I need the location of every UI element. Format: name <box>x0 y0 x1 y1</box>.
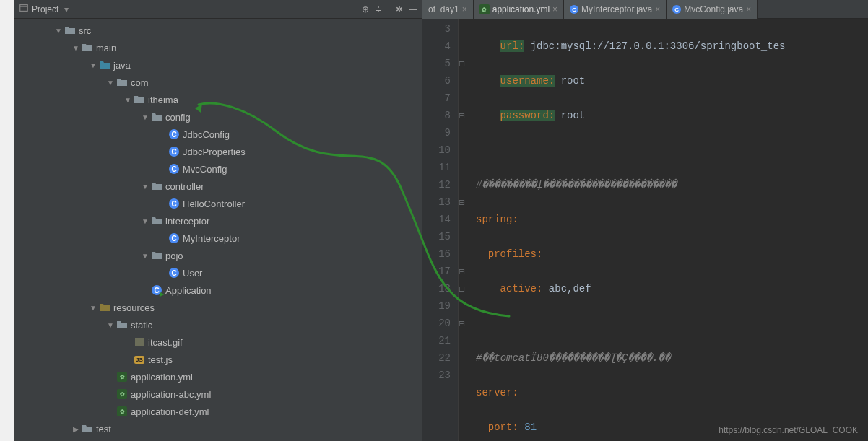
tree-label: JdbcConfig <box>183 129 230 140</box>
code-key: password: <box>500 110 555 121</box>
target-icon[interactable]: ⊕ <box>362 4 369 14</box>
folder-icon <box>64 25 76 36</box>
left-strip <box>0 0 14 441</box>
tree-mvcconfig[interactable]: CMvcConfig <box>14 160 422 178</box>
tree-label: itheima <box>148 95 178 105</box>
tree-label: interceptor <box>165 216 209 227</box>
yml-icon: ✿ <box>116 388 128 400</box>
tree-label: test <box>96 424 111 435</box>
tree-java[interactable]: ▼java <box>14 56 422 74</box>
folder-icon <box>151 180 162 192</box>
folder-icon <box>99 59 110 71</box>
tree-jdbcconfig[interactable]: CJdbcConfig <box>14 126 422 143</box>
editor-body[interactable]: 3 4 5 6 7 8 9 10 11 12 13 14 15 16 17 18… <box>422 19 868 441</box>
project-tree[interactable]: ▼src ▼main ▼java ▼com ▼itheima ▼config C… <box>14 19 422 441</box>
tree-label: HelloController <box>183 198 245 209</box>
tree-src[interactable]: ▼src <box>14 22 422 39</box>
folder-icon <box>82 42 93 53</box>
yml-icon: ✿ <box>479 4 490 14</box>
tree-com[interactable]: ▼com <box>14 74 422 91</box>
code-val: 81 <box>518 422 537 433</box>
project-panel-header: Project ▾ ⊕ ≑ | ✲ — <box>14 0 422 19</box>
class-icon: C <box>570 5 578 14</box>
class-icon: C <box>672 5 681 14</box>
close-icon[interactable]: × <box>655 4 660 14</box>
code-area[interactable]: url: jdbc:mysql://127.0.0.1:3306/springb… <box>472 19 868 441</box>
js-file-icon: JS <box>134 354 145 365</box>
lineno: 14 <box>422 211 451 228</box>
lineno: 9 <box>422 124 451 141</box>
tree-application[interactable]: C▶Application <box>14 281 422 299</box>
tree-label: MvcConfig <box>183 164 227 175</box>
fold-column[interactable]: ⊟ ⊟ ⊟ ⊟ ⊟ ⊟ <box>459 19 472 441</box>
code-key: username: <box>500 75 555 87</box>
close-icon[interactable]: × <box>462 4 467 14</box>
folder-icon <box>116 77 128 88</box>
tree-label: itcast.gif <box>148 337 183 348</box>
tree-label: controller <box>165 181 204 192</box>
tree-test-js[interactable]: JStest.js <box>14 351 422 368</box>
tree-label: static <box>131 320 152 331</box>
tree-label: pojo <box>165 250 183 261</box>
tree-test[interactable]: ▶test <box>14 420 422 437</box>
yml-icon: ✿ <box>116 371 128 383</box>
tree-label: resources <box>113 302 155 313</box>
close-icon[interactable]: × <box>552 4 557 14</box>
line-gutter: 3 4 5 6 7 8 9 10 11 12 13 14 15 16 17 18… <box>422 19 459 441</box>
code-key: port: <box>488 422 518 433</box>
tree-app-def-yml[interactable]: ✿application-def.yml <box>14 403 422 420</box>
tree-user[interactable]: CUser <box>14 264 422 281</box>
tree-interceptor[interactable]: ▼interceptor <box>14 212 422 230</box>
tree-label: main <box>96 43 116 53</box>
dropdown-arrow-icon[interactable]: ▾ <box>64 4 69 14</box>
close-icon[interactable]: × <box>746 4 751 14</box>
svg-rect-0 <box>20 5 28 12</box>
tree-pojo[interactable]: ▼pojo <box>14 247 422 264</box>
class-icon: C <box>168 128 180 140</box>
gear-icon[interactable]: ✲ <box>396 4 403 14</box>
code-comment: #��tomcatÏ80����������Ʈ�Ç����.�� <box>476 352 670 364</box>
code-key: url: <box>500 40 525 52</box>
code-val: root <box>555 110 585 121</box>
tab-application-yml[interactable]: ✿application.yml × <box>474 0 564 19</box>
tree-hellocontroller[interactable]: CHelloController <box>14 195 422 212</box>
tree-myinterceptor[interactable]: CMyInterceptor <box>14 230 422 247</box>
tree-itheima[interactable]: ▼itheima <box>14 91 422 108</box>
tree-static[interactable]: ▼static <box>14 316 422 333</box>
folder-icon <box>134 94 145 105</box>
tab-label: application.yml <box>492 4 550 14</box>
tree-label: Application <box>165 285 212 296</box>
tab-ot-day1[interactable]: ot_day1 × <box>422 0 474 19</box>
watermark: https://blog.csdn.net/GLOAL_COOK <box>719 425 858 435</box>
code-key: spring: <box>476 214 518 225</box>
lineno: 12 <box>422 176 451 193</box>
tree-jdbcprops[interactable]: CJdbcProperties <box>14 143 422 160</box>
tree-itcast-gif[interactable]: itcast.gif <box>14 333 422 351</box>
tree-resources[interactable]: ▼resources <box>14 299 422 316</box>
lineno: 19 <box>422 297 451 315</box>
code-key: server: <box>476 387 518 398</box>
hide-icon[interactable]: — <box>409 4 417 14</box>
lineno: 6 <box>422 72 451 89</box>
tree-label: MyInterceptor <box>183 233 240 244</box>
lineno: 17 <box>422 263 451 280</box>
editor-tabs: ot_day1 × ✿application.yml × CMyIntercep… <box>422 0 868 19</box>
class-icon: C <box>168 163 180 175</box>
project-icon <box>19 3 29 15</box>
lineno: 3 <box>422 20 451 38</box>
tree-app-yml[interactable]: ✿application.yml <box>14 368 422 385</box>
tree-label: User <box>183 268 202 279</box>
folder-icon <box>151 111 162 123</box>
class-icon: C <box>168 146 180 157</box>
tree-app-abc-yml[interactable]: ✿application-abc.yml <box>14 385 422 403</box>
tab-myinterceptor[interactable]: CMyInterceptor.java × <box>564 0 667 19</box>
tree-label: JdbcProperties <box>183 147 246 157</box>
tree-controller[interactable]: ▼controller <box>14 178 422 195</box>
folder-icon <box>116 319 128 331</box>
lineno: 13 <box>422 193 451 211</box>
tree-config[interactable]: ▼config <box>14 108 422 126</box>
lineno: 8 <box>422 107 451 124</box>
tab-mvcconfig[interactable]: CMvcConfig.java × <box>667 0 758 19</box>
collapse-icon[interactable]: ≑ <box>375 4 382 14</box>
tree-main[interactable]: ▼main <box>14 39 422 56</box>
